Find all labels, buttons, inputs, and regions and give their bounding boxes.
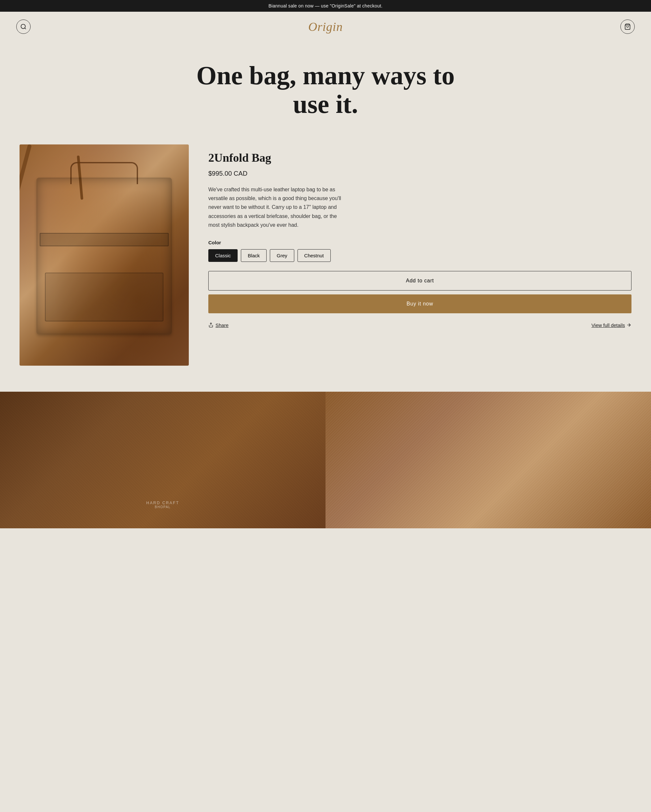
product-price: $995.00 CAD bbox=[208, 170, 631, 177]
search-button[interactable] bbox=[16, 20, 31, 34]
bottom-image-strip: Hard Craft Bhopal bbox=[0, 392, 651, 528]
color-option-grey[interactable]: Grey bbox=[270, 249, 294, 262]
share-icon bbox=[208, 322, 214, 328]
color-options: Classic Black Grey Chestnut bbox=[208, 249, 631, 262]
product-image bbox=[20, 145, 189, 366]
bag-zipper-decoration bbox=[40, 233, 168, 246]
announcement-bar: Biannual sale on now — use "OriginSale" … bbox=[0, 0, 651, 12]
product-title: 2Unfold Bag bbox=[208, 151, 631, 165]
share-button[interactable]: Share bbox=[208, 322, 229, 328]
search-icon bbox=[20, 23, 27, 30]
hero-heading: One bag, many ways to use it. bbox=[179, 61, 472, 118]
bag-pocket-decoration bbox=[45, 273, 164, 321]
site-logo[interactable]: Origin bbox=[308, 20, 343, 34]
product-info: 2Unfold Bag $995.00 CAD We've crafted th… bbox=[208, 145, 631, 328]
arrow-right-icon bbox=[626, 322, 631, 328]
cart-icon bbox=[624, 23, 631, 30]
add-to-cart-button[interactable]: Add to cart bbox=[208, 271, 631, 290]
product-description: We've crafted this multi-use leather lap… bbox=[208, 185, 345, 229]
color-option-chestnut[interactable]: Chestnut bbox=[298, 249, 331, 262]
svg-line-1 bbox=[25, 28, 26, 29]
bag-strap-decoration bbox=[20, 145, 32, 230]
color-option-classic[interactable]: Classic bbox=[208, 249, 238, 262]
announcement-text: Biannual sale on now — use "OriginSale" … bbox=[269, 3, 383, 8]
view-full-details-link[interactable]: View full details bbox=[591, 322, 631, 328]
color-option-black[interactable]: Black bbox=[241, 249, 267, 262]
product-actions-row: Share View full details bbox=[208, 322, 631, 328]
hero-section: One bag, many ways to use it. bbox=[0, 42, 651, 131]
bottom-image-right bbox=[326, 392, 651, 528]
header: Origin bbox=[0, 12, 651, 42]
product-section: 2Unfold Bag $995.00 CAD We've crafted th… bbox=[0, 131, 651, 392]
color-label: Color bbox=[208, 240, 631, 245]
svg-point-0 bbox=[21, 24, 25, 29]
product-image-container bbox=[20, 145, 189, 366]
bottom-image-left: Hard Craft Bhopal bbox=[0, 392, 326, 528]
cart-button[interactable] bbox=[620, 20, 635, 34]
brand-stamp: Hard Craft Bhopal bbox=[146, 501, 179, 509]
buy-now-button[interactable]: Buy it now bbox=[208, 295, 631, 313]
